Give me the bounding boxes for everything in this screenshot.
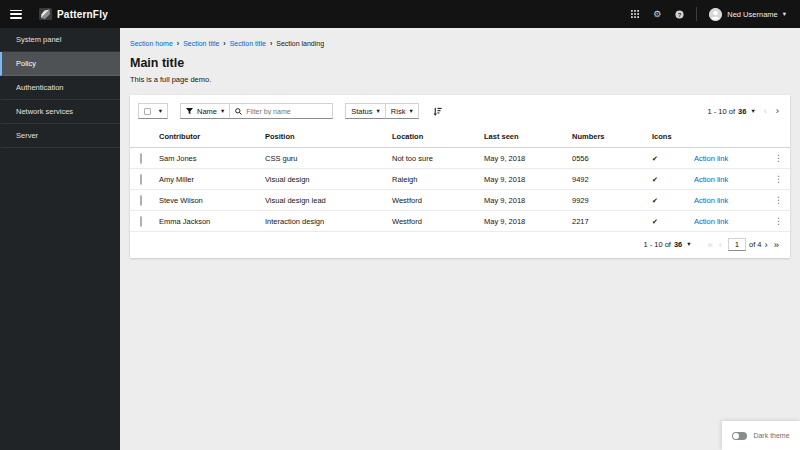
- cell-position: Interaction design: [261, 211, 388, 232]
- action-link[interactable]: Action link: [694, 175, 728, 184]
- name-filter-label: Name: [197, 107, 217, 116]
- filter-funnel-icon: [186, 108, 193, 115]
- col-header-position[interactable]: Position: [261, 127, 388, 148]
- cell-position: Visual design: [261, 169, 388, 190]
- risk-caret-icon: ▾: [409, 108, 412, 115]
- kebab-menu-icon[interactable]: ⋮: [774, 174, 783, 184]
- row-checkbox[interactable]: [140, 216, 142, 227]
- cell-position: Visual design lead: [261, 190, 388, 211]
- col-header-numbers[interactable]: Numbers: [568, 127, 648, 148]
- cell-numbers: 2217: [568, 211, 648, 232]
- pagination-bottom: 1 - 10 of 36 ▾ « ‹ of 4 › »: [130, 232, 790, 258]
- cell-location: Raleigh: [388, 169, 480, 190]
- next-page-button[interactable]: ›: [773, 106, 782, 116]
- cell-contributor: Amy Miller: [155, 169, 261, 190]
- bulk-select-checkbox[interactable]: [144, 108, 151, 115]
- name-filter-caret-icon: ▾: [221, 108, 224, 115]
- action-link[interactable]: Action link: [694, 196, 728, 205]
- cell-numbers: 9929: [568, 190, 648, 211]
- avatar: [709, 8, 722, 21]
- cell-position: CSS guru: [261, 148, 388, 169]
- row-checkbox[interactable]: [140, 174, 142, 185]
- app-launcher-icon[interactable]: [631, 10, 639, 18]
- prev-page-button[interactable]: ‹: [761, 106, 770, 116]
- bulk-select-dropdown[interactable]: ▾: [138, 103, 168, 119]
- kebab-menu-icon[interactable]: ⋮: [774, 216, 783, 226]
- data-table-card: ▾ Name ▾ Status ▾: [130, 95, 790, 258]
- nav-toggle-icon[interactable]: [10, 10, 22, 19]
- pagination-range: 1 - 10 of: [708, 107, 736, 116]
- sidebar-item-server[interactable]: Server: [0, 124, 120, 148]
- table-row: Emma Jackson Interaction design Westford…: [130, 211, 790, 232]
- kebab-menu-icon[interactable]: ⋮: [774, 195, 783, 205]
- cell-numbers: 0556: [568, 148, 648, 169]
- brand[interactable]: PatternFly: [39, 8, 108, 20]
- last-page-button[interactable]: »: [771, 240, 782, 250]
- dark-theme-toggle[interactable]: [732, 432, 747, 440]
- action-link[interactable]: Action link: [694, 217, 728, 226]
- breadcrumb-separator-icon: ›: [223, 40, 225, 47]
- search-box[interactable]: [229, 103, 333, 119]
- cell-contributor: Emma Jackson: [155, 211, 261, 232]
- pagination-total: 36: [674, 240, 682, 249]
- page-description: This is a full page demo.: [130, 75, 790, 84]
- user-name: Ned Username: [727, 10, 777, 19]
- status-filter-label: Status: [351, 107, 372, 116]
- breadcrumb-link[interactable]: Section title: [230, 40, 266, 47]
- cell-location: Westford: [388, 190, 480, 211]
- breadcrumb-link[interactable]: Section home: [130, 40, 173, 47]
- user-menu[interactable]: Ned Username ▾: [709, 8, 786, 21]
- pagination-caret-icon[interactable]: ▾: [751, 108, 754, 115]
- col-header-icons[interactable]: Icons: [648, 127, 690, 148]
- action-link[interactable]: Action link: [694, 154, 728, 163]
- bulk-select-caret-icon: ▾: [159, 108, 162, 115]
- help-icon[interactable]: ?: [675, 10, 684, 19]
- table-header-row: Contributor Position Location Last seen …: [130, 127, 790, 148]
- first-page-button[interactable]: «: [705, 240, 716, 250]
- check-icon: ✔: [652, 155, 658, 162]
- sort-button[interactable]: [433, 107, 442, 116]
- cell-last-seen: May 9, 2018: [480, 190, 568, 211]
- user-caret-icon: ▾: [783, 11, 786, 18]
- pagination-total: 36: [738, 107, 746, 116]
- sidebar-item-policy[interactable]: Policy: [0, 52, 120, 76]
- brand-name: PatternFly: [57, 9, 108, 20]
- breadcrumb-separator-icon: ›: [270, 40, 272, 47]
- table-row: Sam Jones CSS guru Not too sure May 9, 2…: [130, 148, 790, 169]
- current-page-input[interactable]: [728, 238, 746, 251]
- table-row: Steve Wilson Visual design lead Westford…: [130, 190, 790, 211]
- col-header-contributor[interactable]: Contributor: [155, 127, 261, 148]
- sidebar-item-system-panel[interactable]: System panel: [0, 28, 120, 52]
- breadcrumb-separator-icon: ›: [177, 40, 179, 47]
- check-icon: ✔: [652, 197, 658, 204]
- settings-gear-icon[interactable]: ⚙: [653, 10, 661, 19]
- risk-filter-dropdown[interactable]: Risk ▾: [385, 103, 419, 119]
- prev-page-button[interactable]: ‹: [716, 240, 725, 250]
- name-filter-dropdown[interactable]: Name ▾: [180, 103, 230, 119]
- sidebar-item-authentication[interactable]: Authentication: [0, 76, 120, 100]
- kebab-menu-icon[interactable]: ⋮: [774, 153, 783, 163]
- search-icon: [235, 108, 242, 115]
- cell-last-seen: May 9, 2018: [480, 169, 568, 190]
- status-caret-icon: ▾: [377, 108, 380, 115]
- breadcrumb-link[interactable]: Section title: [183, 40, 219, 47]
- next-page-button[interactable]: ›: [762, 240, 771, 250]
- col-header-location[interactable]: Location: [388, 127, 480, 148]
- row-checkbox[interactable]: [140, 195, 142, 206]
- sidebar-item-network-services[interactable]: Network services: [0, 100, 120, 124]
- col-header-last-seen[interactable]: Last seen: [480, 127, 568, 148]
- cell-last-seen: May 9, 2018: [480, 211, 568, 232]
- row-checkbox[interactable]: [140, 153, 142, 164]
- masthead-icon-group: ⚙ ?: [631, 10, 684, 19]
- risk-filter-label: Risk: [391, 107, 406, 116]
- svg-text:?: ?: [678, 11, 682, 17]
- cell-contributor: Steve Wilson: [155, 190, 261, 211]
- cell-location: Westford: [388, 211, 480, 232]
- pagination-caret-icon[interactable]: ▾: [687, 241, 690, 248]
- pagination-range: 1 - 10 of: [643, 240, 671, 249]
- contributors-table: Contributor Position Location Last seen …: [130, 127, 790, 232]
- dark-theme-label: Dark theme: [753, 432, 789, 439]
- check-icon: ✔: [652, 218, 658, 225]
- status-filter-dropdown[interactable]: Status ▾: [345, 103, 386, 119]
- search-input[interactable]: [246, 108, 327, 115]
